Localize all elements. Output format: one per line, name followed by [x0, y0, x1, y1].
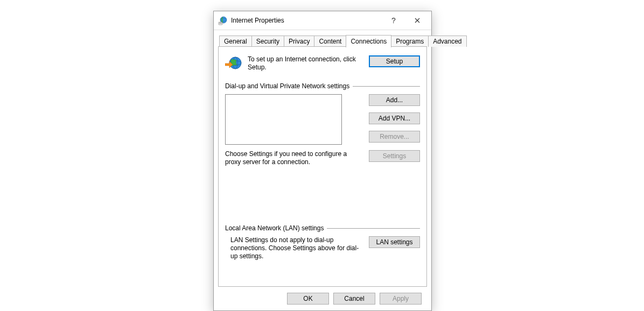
tab-security[interactable]: Security — [251, 36, 284, 47]
apply-button: Apply — [380, 293, 422, 305]
tab-programs[interactable]: Programs — [391, 36, 429, 47]
remove-button: Remove... — [369, 131, 420, 143]
titlebar: Internet Properties ? — [214, 11, 431, 30]
tab-general[interactable]: General — [219, 36, 252, 47]
dialup-settings-button: Settings — [369, 150, 420, 162]
dialup-section-label: Dial-up and Virtual Private Network sett… — [225, 82, 353, 90]
lan-description: LAN Settings do not apply to dial-up con… — [225, 236, 369, 260]
tab-advanced[interactable]: Advanced — [428, 36, 466, 47]
tab-privacy[interactable]: Privacy — [284, 36, 314, 47]
dialog-footer: OK Cancel Apply — [218, 287, 427, 310]
svg-rect-3 — [219, 24, 222, 24]
internet-properties-dialog: Internet Properties ? General Security P… — [213, 11, 432, 311]
ok-button[interactable]: OK — [287, 293, 329, 305]
dialup-vpn-listbox[interactable] — [225, 94, 342, 145]
add-vpn-button[interactable]: Add VPN... — [369, 112, 420, 124]
section-divider — [353, 86, 420, 87]
cancel-button[interactable]: Cancel — [333, 293, 375, 305]
lan-section-label: Local Area Network (LAN) settings — [225, 224, 327, 232]
close-button[interactable] — [405, 12, 429, 29]
setup-intro-text: To set up an Internet connection, click … — [248, 55, 369, 72]
internet-options-icon — [218, 16, 228, 25]
dialup-section-header: Dial-up and Virtual Private Network sett… — [225, 82, 420, 90]
lan-section-header: Local Area Network (LAN) settings — [225, 224, 420, 232]
tab-connections[interactable]: Connections — [346, 35, 391, 47]
svg-rect-2 — [219, 23, 222, 23]
dialog-body: General Security Privacy Content Connect… — [214, 30, 431, 310]
tab-content[interactable]: Content — [314, 36, 346, 47]
globe-arrow-icon — [225, 55, 242, 73]
section-divider — [327, 228, 420, 229]
spacer — [225, 166, 420, 215]
setup-button[interactable]: Setup — [369, 55, 420, 67]
window-title: Internet Properties — [231, 17, 382, 24]
lan-settings-button[interactable]: LAN settings — [369, 236, 420, 248]
proxy-settings-description: Choose Settings if you need to configure… — [225, 150, 369, 166]
tabstrip: General Security Privacy Content Connect… — [218, 34, 427, 47]
add-button[interactable]: Add... — [369, 94, 420, 106]
tab-page-connections: To set up an Internet connection, click … — [218, 46, 427, 287]
help-button[interactable]: ? — [382, 12, 405, 29]
